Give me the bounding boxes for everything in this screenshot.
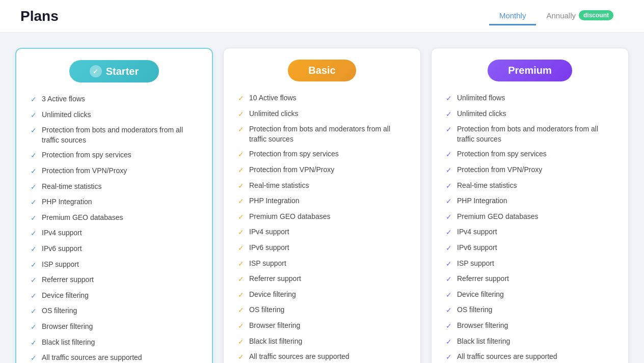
check-icon: ✓ — [446, 290, 452, 300]
feature-item: ✓Real-time statistics — [446, 178, 614, 194]
feature-item: ✓All traffic sources are supported — [446, 349, 614, 363]
feature-item: ✓ISP support — [446, 256, 614, 272]
check-icon: ✓ — [446, 274, 452, 285]
feature-text: Protection from spy services — [42, 150, 131, 160]
feature-text: Browser filtering — [249, 321, 300, 331]
feature-item: ✓Unlimited clicks — [238, 106, 406, 122]
feature-text: IPv4 support — [249, 227, 289, 237]
check-icon: ✓ — [446, 94, 452, 104]
feature-item: ✓Protection from bots and moderators fro… — [446, 122, 614, 147]
feature-text: Referrer support — [42, 275, 94, 285]
check-icon: ✓ — [446, 212, 452, 222]
feature-item: ✓All traffic sources are supported — [31, 350, 198, 363]
plan-badge-premium: Premium — [488, 60, 572, 81]
check-icon: ✓ — [238, 321, 244, 331]
check-icon: ✓ — [31, 95, 37, 105]
feature-item: ✓Unlimited clicks — [31, 107, 198, 123]
features-list-premium: ✓Unlimited flows✓Unlimited clicks✓Protec… — [432, 91, 628, 363]
check-icon: ✓ — [238, 197, 244, 207]
feature-text: Black list filtering — [457, 337, 510, 347]
check-icon: ✓ — [446, 109, 452, 120]
check-icon: ✓ — [31, 291, 37, 301]
plan-name-starter: Starter — [106, 66, 139, 77]
feature-item: ✓Premium GEO databases — [31, 210, 198, 226]
plan-badge-starter: ✓Starter — [69, 60, 159, 82]
feature-text: Black list filtering — [249, 337, 302, 347]
feature-item: ✓Protection from spy services — [31, 148, 198, 163]
check-icon: ✓ — [238, 305, 244, 316]
feature-text: Protection from VPN/Proxy — [457, 165, 542, 175]
feature-text: Real-time statistics — [249, 181, 309, 191]
feature-item: ✓Protection from VPN/Proxy — [238, 162, 406, 178]
feature-item: ✓All traffic sources are supported — [238, 349, 406, 363]
plan-name-basic: Basic — [308, 65, 335, 76]
feature-text: Unlimited flows — [457, 93, 505, 103]
check-icon: ✓ — [446, 259, 452, 269]
feature-text: PHP Integration — [457, 196, 507, 206]
check-icon: ✓ — [238, 165, 244, 176]
check-icon: ✓ — [446, 150, 452, 160]
plan-card-basic: Basic✓10 Active flows✓Unlimited clicks✓P… — [223, 48, 421, 363]
top-bar: Plans Monthly Annually discount — [0, 0, 644, 33]
feature-text: IPv6 support — [457, 243, 497, 253]
feature-item: ✓ISP support — [238, 256, 406, 272]
check-icon: ✓ — [31, 244, 37, 255]
plan-name-premium: Premium — [508, 65, 552, 76]
feature-item: ✓Device filtering — [31, 288, 198, 304]
feature-text: Unlimited clicks — [42, 110, 91, 120]
check-icon: ✓ — [31, 182, 37, 192]
check-icon: ✓ — [446, 243, 452, 254]
feature-text: Protection from spy services — [457, 149, 547, 159]
feature-text: Protection from VPN/Proxy — [42, 166, 127, 176]
page-title: Plans — [20, 8, 59, 24]
feature-text: Real-time statistics — [457, 181, 517, 191]
check-icon: ✓ — [446, 352, 452, 362]
feature-text: IPv6 support — [249, 243, 289, 253]
plan-badge-basic: Basic — [288, 60, 356, 81]
discount-badge: discount — [579, 10, 613, 20]
feature-item: ✓Protection from spy services — [446, 147, 614, 162]
check-icon: ✓ — [446, 228, 452, 238]
feature-item: ✓Device filtering — [446, 287, 614, 303]
feature-item: ✓Protection from spy services — [238, 147, 406, 162]
feature-item: ✓Unlimited flows — [446, 91, 614, 106]
feature-text: Referrer support — [249, 274, 301, 284]
feature-item: ✓Device filtering — [238, 287, 406, 303]
plan-card-premium: Premium✓Unlimited flows✓Unlimited clicks… — [431, 48, 629, 363]
feature-text: ISP support — [249, 259, 286, 269]
check-icon: ✓ — [446, 181, 452, 191]
plan-card-starter: ✓Starter✓3 Active flows✓Unlimited clicks… — [15, 48, 213, 363]
feature-text: Unlimited clicks — [249, 109, 298, 119]
feature-item: ✓Premium GEO databases — [238, 209, 406, 225]
feature-text: Browser filtering — [457, 321, 508, 331]
check-icon: ✓ — [31, 353, 37, 363]
feature-item: ✓Real-time statistics — [238, 178, 406, 194]
annually-tab[interactable]: Annually discount — [536, 6, 624, 26]
feature-item: ✓PHP Integration — [31, 194, 198, 210]
check-icon: ✓ — [238, 352, 244, 362]
check-icon: ✓ — [31, 338, 37, 348]
check-icon: ✓ — [238, 243, 244, 254]
feature-text: Protection from spy services — [249, 149, 339, 159]
feature-item: ✓Referrer support — [238, 271, 406, 287]
check-icon: ✓ — [238, 212, 244, 222]
feature-item: ✓IPv4 support — [238, 225, 406, 240]
check-icon: ✓ — [238, 181, 244, 191]
feature-item: ✓IPv4 support — [446, 225, 614, 240]
feature-text: Referrer support — [457, 274, 509, 284]
feature-item: ✓Browser filtering — [446, 318, 614, 334]
feature-item: ✓IPv4 support — [31, 226, 198, 241]
monthly-tab[interactable]: Monthly — [489, 7, 536, 25]
feature-item: ✓Referrer support — [446, 271, 614, 287]
feature-text: Premium GEO databases — [42, 213, 123, 223]
feature-text: Device filtering — [249, 290, 296, 300]
feature-text: Black list filtering — [42, 338, 95, 348]
feature-item: ✓Browser filtering — [31, 319, 198, 335]
plans-container: ✓Starter✓3 Active flows✓Unlimited clicks… — [0, 33, 644, 363]
check-icon: ✓ — [31, 126, 37, 136]
features-list-basic: ✓10 Active flows✓Unlimited clicks✓Protec… — [224, 91, 420, 363]
feature-text: IPv4 support — [42, 228, 82, 238]
feature-text: Unlimited clicks — [457, 109, 506, 119]
feature-text: 10 Active flows — [249, 93, 297, 103]
feature-item: ✓Browser filtering — [238, 318, 406, 334]
